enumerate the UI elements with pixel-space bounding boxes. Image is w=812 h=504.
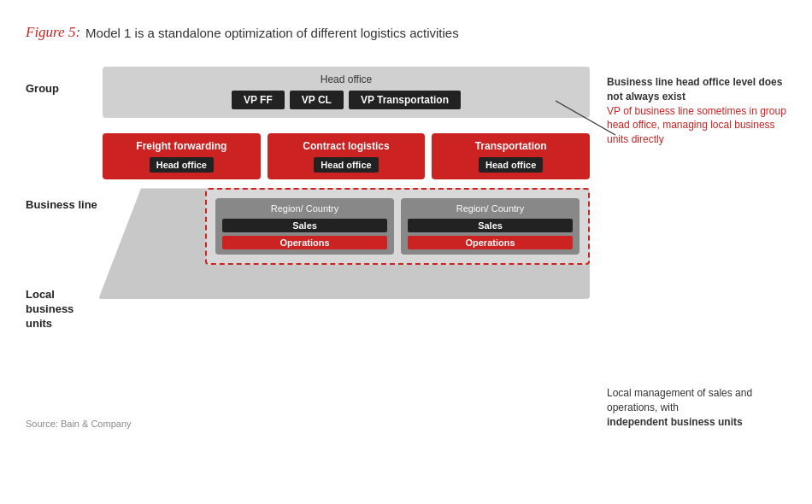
local-card-2-ops: Operations <box>408 236 573 249</box>
business-line-row: Freight forwarding Head office Contract … <box>103 133 590 179</box>
freight-forwarding-title: Freight forwarding <box>111 140 252 152</box>
group-label: Group <box>26 67 103 96</box>
contract-logistics-badge: Head office <box>314 157 378 173</box>
figure-title: Figure 5: Model 1 is a standalone optimi… <box>26 24 786 41</box>
svg-line-0 <box>556 101 615 135</box>
local-card-2: Region/ Country Sales Operations <box>401 198 580 254</box>
vp-cl-button: VP CL <box>290 91 344 109</box>
local-card-2-sales: Sales <box>408 219 573 232</box>
row-labels: Group Business line Local business units <box>26 67 103 429</box>
head-office-label: Head office <box>113 73 580 85</box>
contract-logistics-title: Contract logistics <box>276 140 417 152</box>
local-card-1: Region/ Country Sales Operations <box>215 198 394 254</box>
group-row: Head office VP FF VP CL VP Transportatio… <box>103 67 590 118</box>
transportation-badge: Head office <box>479 157 543 173</box>
local-units-label: Local business units <box>26 211 103 331</box>
local-card-2-region: Region/ Country <box>408 203 573 214</box>
local-cards-container: Region/ Country Sales Operations Region/… <box>205 188 590 264</box>
annotation-bottom-bold: independent business units <box>607 416 743 428</box>
connector-svg <box>556 92 641 144</box>
center-diagram: Head office VP FF VP CL VP Transportatio… <box>103 67 590 429</box>
vp-ff-button: VP FF <box>232 91 285 109</box>
contract-logistics-card: Contract logistics Head office <box>268 133 426 179</box>
vp-buttons-row: VP FF VP CL VP Transportation <box>113 91 580 109</box>
freight-forwarding-card: Freight forwarding Head office <box>103 133 261 179</box>
vp-transportation-button: VP Transportation <box>349 91 461 109</box>
business-line-label: Business line <box>26 96 103 212</box>
annotation-bottom: Local management of sales and operations… <box>607 386 786 429</box>
local-section: Region/ Country Sales Operations Region/… <box>103 188 590 299</box>
freight-forwarding-badge: Head office <box>150 157 214 173</box>
figure-label: Figure 5: <box>26 24 80 41</box>
local-card-1-ops: Operations <box>222 236 387 249</box>
annotation-bottom-text: Local management of sales and operations… <box>607 387 752 413</box>
local-card-1-region: Region/ Country <box>222 203 387 214</box>
local-card-1-sales: Sales <box>222 219 387 232</box>
figure-subtitle: Model 1 is a standalone optimization of … <box>85 26 459 40</box>
source-text: Source: Bain & Company <box>26 419 132 429</box>
